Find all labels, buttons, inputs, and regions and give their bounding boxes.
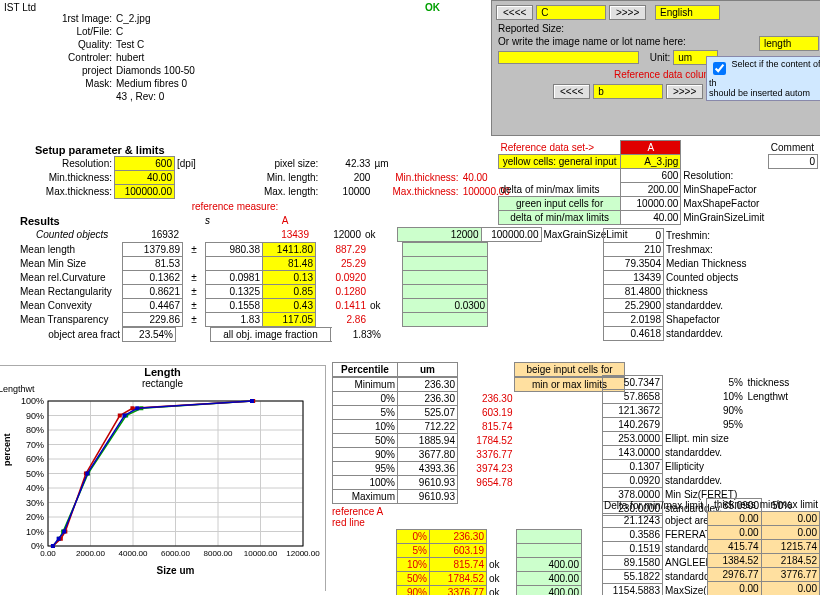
svg-text:50%: 50%	[26, 469, 44, 479]
results-title: Results	[18, 214, 122, 228]
svg-text:0.00: 0.00	[40, 549, 56, 558]
svg-text:10000.00: 10000.00	[244, 549, 278, 558]
svg-rect-53	[62, 530, 66, 534]
svg-rect-56	[135, 406, 139, 410]
prev-col-button[interactable]: <<<<	[553, 84, 590, 99]
svg-rect-57	[250, 399, 254, 403]
brand-label: IST Ltd	[4, 2, 36, 13]
svg-rect-54	[85, 472, 89, 476]
svg-text:90%: 90%	[26, 411, 44, 421]
control-panel: <<<< C >>>> English Reported Size: Or wr…	[491, 0, 820, 136]
svg-text:80%: 80%	[26, 425, 44, 435]
svg-text:60%: 60%	[26, 454, 44, 464]
prev-button[interactable]: <<<<	[496, 5, 533, 20]
svg-text:10%: 10%	[26, 527, 44, 537]
svg-rect-55	[123, 414, 127, 418]
image-name: C_2.jpg	[114, 12, 197, 25]
svg-text:12000.00: 12000.00	[286, 549, 320, 558]
svg-text:8000.00: 8000.00	[204, 549, 233, 558]
imagename-input[interactable]	[498, 51, 639, 64]
refA-label: reference A	[332, 506, 625, 517]
svg-text:40%: 40%	[26, 483, 44, 493]
svg-text:2000.00: 2000.00	[76, 549, 105, 558]
tooltip: Select if the content of thshould be ins…	[706, 56, 820, 101]
next-button[interactable]: >>>>	[609, 5, 646, 20]
reported-size-label: Reported Size:	[498, 23, 564, 34]
current-field[interactable]: C	[536, 5, 606, 20]
svg-text:4000.00: 4000.00	[119, 549, 148, 558]
insert-checkbox[interactable]	[713, 62, 726, 75]
setup-title: Setup parameter & limits	[35, 144, 512, 156]
svg-rect-51	[51, 544, 55, 548]
info-table: 1rst Image:C_2.jpg Lot/File:C Quality:Te…	[35, 12, 197, 103]
svg-text:Size  um: Size um	[157, 565, 195, 576]
svg-rect-52	[57, 537, 61, 541]
lang-field[interactable]: English	[655, 5, 720, 20]
col-field[interactable]: b	[593, 84, 663, 99]
or-write-label: Or write the image name or lot name here…	[498, 36, 686, 47]
size-field[interactable]: length	[759, 36, 819, 51]
ok-status: OK	[425, 2, 440, 13]
refmeasure-label: reference measure:	[35, 201, 435, 212]
svg-text:70%: 70%	[26, 440, 44, 450]
next-col-button[interactable]: >>>>	[666, 84, 703, 99]
svg-text:30%: 30%	[26, 498, 44, 508]
redline-label: red line	[332, 517, 625, 528]
svg-text:6000.00: 6000.00	[161, 549, 190, 558]
svg-text:20%: 20%	[26, 512, 44, 522]
svg-text:100%: 100%	[21, 396, 44, 406]
svg-rect-48	[118, 414, 122, 418]
length-chart: Length rectangle Lengthwt 0%10%20%30%40%…	[0, 365, 326, 591]
